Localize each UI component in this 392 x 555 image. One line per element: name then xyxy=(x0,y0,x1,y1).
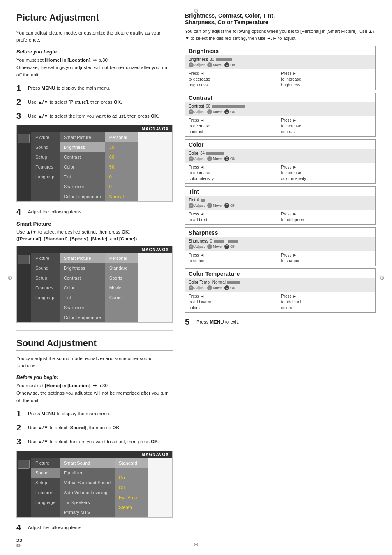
adj-sharpness-screen: Sharpness 0 ○ Adjust ○ Move ⊙ OK xyxy=(185,237,375,251)
tint-ok: ⊙ OK xyxy=(224,203,235,208)
left-column: Picture Adjustment You can adjust pictur… xyxy=(16,12,173,536)
tint-controls: ○ Adjust ○ Move ⊙ OK xyxy=(189,203,372,208)
picture-menu-2: MAGNAVOX Picture Sound Setup Features La… xyxy=(16,246,173,323)
sharpness-bar-right xyxy=(228,240,238,243)
colortemp-press-right-text: Press ►to add coolcolors xyxy=(281,294,372,311)
menu-center-sharpness-2: Sharpness xyxy=(60,303,105,312)
contrast-move: ○ Move xyxy=(207,109,222,114)
step-5-num: 5 xyxy=(185,317,194,327)
brightness-press-right: Press ►to increasebrightness xyxy=(281,71,372,88)
menu-left-nav-1: Picture Sound Setup Features Language xyxy=(31,132,60,201)
menu-right-60: 60 xyxy=(105,152,138,162)
menu-center-tint-2: Tint xyxy=(60,293,105,303)
menu-item-language-1: Language xyxy=(31,172,60,182)
color-controls: ○ Adjust ○ Move ⊙ OK xyxy=(189,156,372,161)
sound-before-begin-text: You must set [Home] in [Location]. ➡ p.3… xyxy=(16,382,173,405)
sharpness-press-right-text: Press ►to sharpen xyxy=(281,252,372,264)
sound-center-equalizer: Equalizer xyxy=(60,468,115,478)
tint-press-left-text: Press ◄to add red xyxy=(189,211,279,223)
right-title-line2: Sharpness, Color Temperature xyxy=(185,19,269,25)
menu-item-picture-2: Picture xyxy=(31,253,60,263)
sound-menu-left: Picture Sound Setup Features Language xyxy=(31,458,60,517)
tint-press-cols: Press ◄to add red Press ►to add green xyxy=(185,210,375,224)
tint-press-right-text: Press ►to add green xyxy=(281,211,372,223)
contrast-ok: ⊙ OK xyxy=(224,109,235,114)
page-num-sub: EN- xyxy=(16,543,23,548)
sound-menu-brand: MAGNAVOX xyxy=(17,451,172,458)
color-ok: ⊙ OK xyxy=(224,156,235,161)
menu-item-language-2: Language xyxy=(31,293,60,303)
smart-picture-label: Smart Picture xyxy=(16,221,173,227)
adj-brightness-screen: Brightness 30 ○ Adjust ○ Move ⊙ OK xyxy=(185,56,375,69)
menu-content-2: Picture Sound Setup Features Language Sm… xyxy=(17,253,172,322)
contrast-adjust: ○ Adjust xyxy=(189,109,205,114)
step-3-text: Use ▲/▼ to select the item you want to a… xyxy=(28,111,159,120)
brightness-ok: ⊙ OK xyxy=(224,62,235,67)
sharpness-press-left-text: Press ◄to soften xyxy=(189,252,279,264)
step-5: 5 Press MENU to exit. xyxy=(185,317,376,327)
right-column: Brightness, Contrast, Color, Tint, Sharp… xyxy=(185,12,376,536)
sharpness-ok: ⊙ OK xyxy=(224,244,235,249)
brightness-bar xyxy=(216,58,232,61)
brightness-press-left-text: Press ◄to decreasebrightness xyxy=(189,71,279,88)
brightness-adjust: ○ Adjust xyxy=(189,62,205,67)
contrast-press-left-text: Press ◄to decreasecontrast xyxy=(189,118,279,135)
menu-item-picture-1: Picture xyxy=(31,132,60,142)
sharpness-bar-left xyxy=(214,240,224,243)
sound-right-off: Off xyxy=(115,483,148,493)
sound-center-auto-volume: Auto Volume Leveling xyxy=(60,488,115,497)
adj-color-title: Color xyxy=(185,140,375,149)
adj-color-temp-screen: Color Temp. Normal ○ Adjust ○ Move ⊙ OK xyxy=(185,278,375,292)
brightness-move: ○ Move xyxy=(207,62,222,67)
adj-brightness-title: Brightness xyxy=(185,46,375,56)
menu-left-nav-2: Picture Sound Setup Features Language xyxy=(31,253,60,322)
menu-item-sound-2: Sound xyxy=(31,263,60,273)
contrast-label-small: Contrast xyxy=(189,104,204,109)
menu-right-56: 56 xyxy=(105,162,138,172)
tint-label-small: Tint xyxy=(189,198,195,202)
page-num-value: 22 xyxy=(16,537,22,543)
compass-left: ⊕ xyxy=(7,274,12,281)
sound-center-virtual-surround: Virtual Surround Sound xyxy=(60,478,115,488)
sound-adjustment-desc: You can adjust the sound mode, equalizer… xyxy=(16,355,173,370)
menu-right-nav-1: Personal 30 60 56 0 0 Normal xyxy=(105,132,138,201)
sound-adjustment-title: Sound Adjustment xyxy=(16,338,173,351)
contrast-press-left: Press ◄to decreasecontrast xyxy=(189,118,279,135)
step-1-num: 1 xyxy=(16,83,25,93)
colortemp-label-small: Color Temp. xyxy=(189,280,211,284)
step-2: 2 Use ▲/▼ to select [Picture], then pres… xyxy=(16,97,173,107)
menu-item-setup-1: Setup xyxy=(31,152,60,162)
tint-value: 6 xyxy=(197,198,199,202)
menu-right-0-sharp: 0 xyxy=(105,182,138,192)
tint-adjust: ○ Adjust xyxy=(189,203,205,208)
menu-item-features-1: Features xyxy=(31,162,60,172)
step-4-text: Adjust the following items. xyxy=(28,207,83,215)
tint-move: ○ Move xyxy=(207,203,222,208)
page-number: 22 EN- xyxy=(16,537,23,548)
colortemp-bar xyxy=(227,281,240,284)
sound-step-3-num: 3 xyxy=(16,437,25,446)
menu-right-0-tint: 0 xyxy=(105,172,138,182)
sound-step-4: 4 Adjust the following items. xyxy=(16,523,173,532)
tint-press-left: Press ◄to add red xyxy=(189,211,279,223)
adj-brightness: Brightness Brightness 30 ○ Adjust ○ Move… xyxy=(185,46,376,90)
picture-adjustment-desc: You can adjust picture mode, or customiz… xyxy=(16,30,173,44)
before-begin-line2: Otherwise, the settings you adjusted wil… xyxy=(16,65,169,77)
sharpness-move: ○ Move xyxy=(207,244,222,249)
sound-left-features: Features xyxy=(31,488,60,497)
sharpness-label-small: Sharpness xyxy=(189,239,208,243)
sound-step-4-num: 4 xyxy=(16,523,25,532)
color-move: ○ Move xyxy=(207,156,222,161)
brightness-press-cols: Press ◄to decreasebrightness Press ►to i… xyxy=(185,69,375,90)
color-press-right-text: Press ►to increasecolor intensity xyxy=(281,164,372,182)
adj-color-temp: Color Temperature Color Temp. Normal ○ A… xyxy=(185,268,376,313)
adj-contrast: Contrast Contrast 60 ○ Adjust ○ Move ⊙ O… xyxy=(185,92,376,137)
adj-color-temp-title: Color Temperature xyxy=(185,269,375,278)
sharpness-controls: ○ Adjust ○ Move ⊙ OK xyxy=(189,244,372,249)
tint-press-right: Press ►to add green xyxy=(281,211,372,223)
adj-tint: Tint Tint 6 ○ Adjust ○ Move ⊙ OK xyxy=(185,186,376,225)
step-2-text: Use ▲/▼ to select [Picture], then press … xyxy=(28,97,122,106)
colortemp-press-left-text: Press ◄to add warmcolors xyxy=(189,294,279,311)
sharpness-adjust: ○ Adjust xyxy=(189,244,205,249)
before-begin-text: You must set [Home] in [Location]. ➡ p.3… xyxy=(16,56,173,79)
